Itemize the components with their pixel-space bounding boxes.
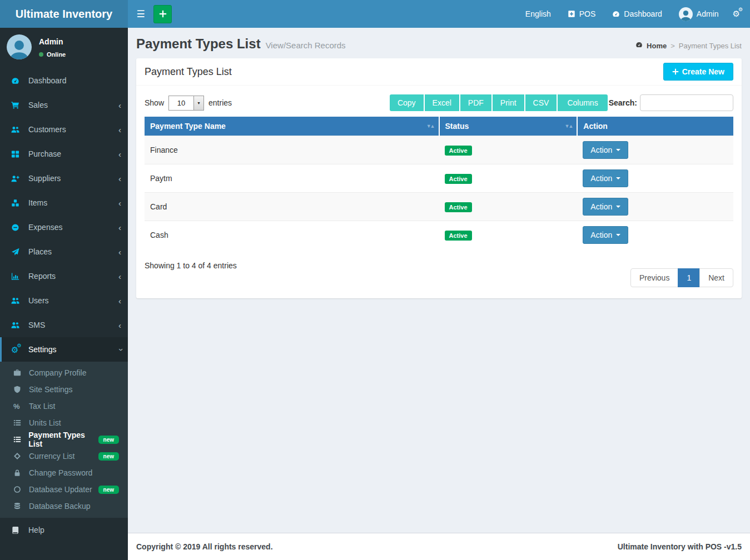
- submenu-item-payment-types-list[interactable]: Payment Types List new: [0, 431, 128, 448]
- sidebar-item-users[interactable]: Users ‹: [0, 288, 128, 313]
- status-badge: Active: [445, 174, 472, 184]
- lock-icon: [13, 469, 24, 477]
- copy-button[interactable]: Copy: [390, 94, 425, 111]
- csv-button[interactable]: CSV: [525, 94, 558, 111]
- sidebar-item-items[interactable]: Items ‹: [0, 191, 128, 215]
- table-row: Paytm Active Action: [145, 164, 733, 193]
- new-badge: new: [98, 486, 119, 494]
- action-dropdown-button[interactable]: Action: [583, 226, 628, 244]
- action-dropdown-button[interactable]: Action: [583, 198, 628, 216]
- page-number-button[interactable]: 1: [678, 268, 700, 287]
- breadcrumb-current: Payment Types List: [679, 42, 742, 50]
- new-badge: new: [98, 452, 119, 461]
- previous-page-button[interactable]: Previous: [630, 268, 678, 287]
- bar-chart-icon: [11, 272, 23, 281]
- status-badge: Active: [445, 231, 472, 241]
- column-header-status[interactable]: Status▼▲: [439, 117, 578, 136]
- sidebar-item-expenses[interactable]: Expenses ‹: [0, 215, 128, 239]
- pdf-button[interactable]: PDF: [460, 94, 493, 111]
- payment-type-name: Finance: [145, 136, 439, 164]
- cubes-icon: [11, 199, 23, 207]
- users-icon: [11, 321, 23, 329]
- chevron-left-icon: ‹: [118, 126, 121, 134]
- circle-outline-icon: [13, 486, 24, 493]
- sidebar-item-help[interactable]: Help: [0, 518, 128, 542]
- user-plus-icon: [11, 174, 23, 183]
- chevron-left-icon: ‹: [118, 174, 121, 183]
- app-window: Ultimate Inventory Admin Online Dashboar…: [0, 0, 750, 560]
- nav-pos[interactable]: POS: [559, 0, 604, 28]
- column-header-action: Action: [577, 117, 733, 136]
- submenu-item-database-updater[interactable]: Database Updater new: [0, 481, 128, 498]
- status-badge: Active: [445, 202, 472, 212]
- print-button[interactable]: Print: [493, 94, 525, 111]
- status-badge: Active: [445, 146, 472, 156]
- sidebar-item-sms[interactable]: SMS ‹: [0, 313, 128, 337]
- sidebar: Ultimate Inventory Admin Online Dashboar…: [0, 0, 128, 560]
- cart-icon: [11, 101, 23, 109]
- briefcase-icon: [13, 369, 24, 377]
- users-icon: [11, 297, 23, 305]
- nav-user-menu[interactable]: Admin: [670, 0, 727, 28]
- submenu-item-site-settings[interactable]: Site Settings: [0, 381, 128, 398]
- sidebar-menu: Dashboard Sales ‹ Customers ‹ Purchase ‹…: [0, 68, 128, 542]
- plus-icon: [159, 10, 167, 18]
- payment-type-name: Cash: [145, 221, 439, 249]
- payment-type-name: Card: [145, 193, 439, 221]
- hamburger-icon[interactable]: ☰: [128, 8, 153, 20]
- breadcrumb-separator: >: [670, 42, 675, 50]
- quick-add-button[interactable]: [153, 5, 172, 23]
- sidebar-user-status: Online: [39, 51, 66, 58]
- show-label: Show: [145, 98, 164, 107]
- chevron-left-icon: ‹: [118, 297, 121, 305]
- home-icon: [635, 41, 643, 50]
- chevron-left-icon: ‹: [118, 321, 121, 329]
- columns-button[interactable]: Columns: [558, 94, 607, 111]
- submenu-item-currency-list[interactable]: Currency List new: [0, 448, 128, 464]
- payment-types-panel: Payment Types List Create New Show 10 ▾ …: [136, 58, 742, 298]
- action-dropdown-button[interactable]: Action: [583, 169, 628, 187]
- settings-submenu: Company Profile Site Settings % Tax List…: [0, 362, 128, 518]
- sidebar-user-name: Admin: [39, 37, 66, 46]
- submenu-item-tax-list[interactable]: % Tax List: [0, 398, 128, 414]
- database-icon: [13, 502, 24, 510]
- sidebar-item-dashboard[interactable]: Dashboard: [0, 68, 128, 93]
- entries-select[interactable]: 10 ▾: [168, 96, 204, 111]
- brand-title[interactable]: Ultimate Inventory: [0, 0, 128, 28]
- sidebar-item-reports[interactable]: Reports ‹: [0, 264, 128, 288]
- sidebar-item-settings[interactable]: ⚙⚙ Settings ‹: [0, 337, 128, 362]
- settings-gears-icon[interactable]: ⚙⚙: [727, 9, 750, 19]
- submenu-item-company-profile[interactable]: Company Profile: [0, 364, 128, 381]
- sidebar-item-places[interactable]: Places ‹: [0, 239, 128, 264]
- breadcrumb-home[interactable]: Home: [647, 42, 667, 50]
- sidebar-item-customers[interactable]: Customers ‹: [0, 117, 128, 142]
- nav-language[interactable]: English: [517, 0, 559, 28]
- next-page-button[interactable]: Next: [699, 268, 733, 287]
- select-arrow-icon: ▾: [193, 96, 203, 110]
- action-dropdown-button[interactable]: Action: [583, 141, 628, 159]
- top-navbar: ☰ English POS Dashboard Admin ⚙⚙: [128, 0, 750, 28]
- chevron-left-icon: ‹: [118, 101, 121, 109]
- submenu-item-units-list[interactable]: Units List: [0, 414, 128, 431]
- sidebar-item-suppliers[interactable]: Suppliers ‹: [0, 166, 128, 191]
- users-icon: [11, 126, 23, 134]
- chevron-left-icon: ‹: [118, 223, 121, 232]
- excel-button[interactable]: Excel: [425, 94, 460, 111]
- plus-square-icon: [568, 10, 575, 18]
- content-header: Payment Types List View/Search Records H…: [128, 28, 750, 58]
- sidebar-user-panel: Admin Online: [0, 28, 128, 65]
- create-new-button[interactable]: Create New: [663, 63, 733, 81]
- payment-type-name: Paytm: [145, 164, 439, 193]
- minus-circle-icon: [11, 223, 23, 232]
- caret-down-icon: [616, 177, 620, 179]
- caret-down-icon: [616, 234, 620, 236]
- gears-icon: ⚙⚙: [11, 346, 23, 354]
- submenu-item-database-backup[interactable]: Database Backup: [0, 498, 128, 514]
- sidebar-item-purchase[interactable]: Purchase ‹: [0, 142, 128, 166]
- search-input[interactable]: [640, 94, 733, 111]
- column-header-name[interactable]: Payment Type Name▼▲: [145, 117, 439, 136]
- panel-title: Payment Types List: [145, 66, 232, 78]
- sidebar-item-sales[interactable]: Sales ‹: [0, 93, 128, 117]
- submenu-item-change-password[interactable]: Change Password: [0, 464, 128, 481]
- nav-dashboard[interactable]: Dashboard: [604, 0, 670, 28]
